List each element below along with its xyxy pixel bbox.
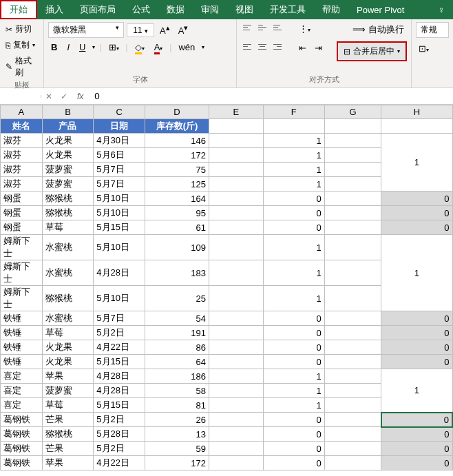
- cell[interactable]: 葛钢铁: [1, 456, 43, 470]
- cell[interactable]: [209, 355, 263, 369]
- cell[interactable]: 0: [263, 427, 324, 442]
- cell[interactable]: 猕猴桃: [42, 206, 94, 220]
- cell[interactable]: 1: [263, 163, 324, 177]
- cell[interactable]: 1: [263, 260, 324, 286]
- cell[interactable]: 4月28日: [94, 384, 145, 398]
- font-name-select[interactable]: 微软雅黑 ▾: [48, 22, 124, 38]
- cell[interactable]: 火龙果: [42, 340, 94, 355]
- cell[interactable]: [324, 192, 381, 206]
- cell[interactable]: 0: [263, 326, 324, 340]
- cell[interactable]: [209, 369, 263, 384]
- cell-merged[interactable]: 1: [381, 134, 452, 192]
- accept-formula-button[interactable]: ✓: [56, 92, 72, 101]
- cell[interactable]: 淑芬: [1, 134, 43, 148]
- cell[interactable]: [324, 384, 381, 398]
- cut-button[interactable]: ✂剪切: [4, 22, 39, 37]
- cell[interactable]: 5月10日: [94, 286, 145, 311]
- wrap-text-button[interactable]: ⟹ 自动换行: [350, 22, 407, 37]
- cell[interactable]: 1: [263, 369, 324, 384]
- cell[interactable]: 186: [145, 369, 209, 384]
- cell[interactable]: 1: [263, 384, 324, 398]
- cell[interactable]: 4月28日: [94, 369, 145, 384]
- cell[interactable]: 姆斯下士: [1, 286, 43, 311]
- cell[interactable]: 水蜜桃: [42, 260, 94, 286]
- cell[interactable]: 0: [263, 220, 324, 235]
- cell[interactable]: 草莓: [42, 326, 94, 340]
- cell[interactable]: 0: [381, 206, 452, 220]
- cell-merged[interactable]: 1: [381, 369, 452, 413]
- cell[interactable]: 125: [145, 177, 209, 192]
- cell[interactable]: 0: [381, 192, 452, 206]
- cell[interactable]: [209, 427, 263, 442]
- header-name[interactable]: 姓名: [1, 119, 43, 134]
- cell[interactable]: 0: [381, 456, 452, 470]
- cell[interactable]: 钢蛋: [1, 192, 43, 206]
- col-head-C[interactable]: C: [94, 105, 145, 119]
- cell[interactable]: 1: [263, 148, 324, 163]
- cell[interactable]: 54: [145, 311, 209, 326]
- cell[interactable]: [209, 286, 263, 311]
- tab-dev[interactable]: 开发工具: [262, 0, 314, 19]
- col-head-D[interactable]: D: [145, 105, 209, 119]
- col-head-B[interactable]: B: [42, 105, 94, 119]
- tab-data[interactable]: 数据: [158, 0, 193, 19]
- cancel-formula-button[interactable]: ✕: [41, 92, 56, 101]
- cell[interactable]: [209, 311, 263, 326]
- cell[interactable]: 95: [145, 206, 209, 220]
- cell[interactable]: 86: [145, 340, 209, 355]
- cell[interactable]: 火龙果: [42, 355, 94, 369]
- cell[interactable]: 4月22日: [94, 340, 145, 355]
- align-middle-button[interactable]: [256, 22, 268, 33]
- cell[interactable]: 草莓: [42, 398, 94, 413]
- cell[interactable]: [324, 177, 381, 192]
- cell[interactable]: [209, 384, 263, 398]
- cell[interactable]: [209, 148, 263, 163]
- cell[interactable]: 0: [381, 427, 452, 442]
- fill-color-button[interactable]: ◇▾: [132, 41, 147, 54]
- cell[interactable]: 183: [145, 260, 209, 286]
- cell[interactable]: [209, 442, 263, 456]
- cell[interactable]: 5月7日: [94, 177, 145, 192]
- font-size-select[interactable]: 11 ▾: [127, 23, 154, 37]
- cell[interactable]: 0: [263, 311, 324, 326]
- cell[interactable]: 172: [145, 456, 209, 470]
- header-date[interactable]: 日期: [94, 119, 145, 134]
- cell[interactable]: 0: [381, 442, 452, 456]
- cell[interactable]: 1: [263, 235, 324, 260]
- align-bottom-button[interactable]: [271, 22, 284, 33]
- formula-input[interactable]: [89, 90, 453, 103]
- cell[interactable]: 姆斯下士: [1, 235, 43, 260]
- cell[interactable]: 葛钢铁: [1, 427, 43, 442]
- phonetic-button[interactable]: wén: [176, 41, 198, 54]
- cell[interactable]: 5月2日: [94, 326, 145, 340]
- cell-merged[interactable]: 1: [381, 235, 452, 311]
- cell[interactable]: [324, 340, 381, 355]
- cell[interactable]: 5月7日: [94, 163, 145, 177]
- cell[interactable]: 25: [145, 286, 209, 311]
- cell[interactable]: [209, 206, 263, 220]
- cell[interactable]: 1: [263, 286, 324, 311]
- tab-insert[interactable]: 插入: [37, 0, 72, 19]
- cell[interactable]: [324, 413, 381, 427]
- col-head-H[interactable]: H: [381, 105, 452, 119]
- cell[interactable]: 苹果: [42, 369, 94, 384]
- cell[interactable]: 1: [263, 398, 324, 413]
- cell[interactable]: [263, 119, 324, 134]
- number-format-select[interactable]: 常规: [416, 22, 449, 38]
- cell[interactable]: 5月15日: [94, 355, 145, 369]
- cell[interactable]: 水蜜桃: [42, 235, 94, 260]
- tab-view[interactable]: 视图: [227, 0, 262, 19]
- cell[interactable]: 喜定: [1, 384, 43, 398]
- tell-me-icon[interactable]: ♀: [430, 0, 453, 19]
- cell[interactable]: 葛钢铁: [1, 413, 43, 427]
- currency-button[interactable]: ⊡▾: [416, 42, 432, 55]
- cell[interactable]: [209, 220, 263, 235]
- decrease-indent-button[interactable]: ⇤: [296, 41, 309, 61]
- increase-indent-button[interactable]: ⇥: [312, 41, 325, 61]
- cell[interactable]: 铁锤: [1, 311, 43, 326]
- cell[interactable]: 淑芬: [1, 163, 43, 177]
- align-left-button[interactable]: [241, 41, 253, 52]
- cell[interactable]: 13: [145, 427, 209, 442]
- decrease-font-button[interactable]: A▾: [176, 22, 191, 37]
- cell[interactable]: 菠萝蜜: [42, 163, 94, 177]
